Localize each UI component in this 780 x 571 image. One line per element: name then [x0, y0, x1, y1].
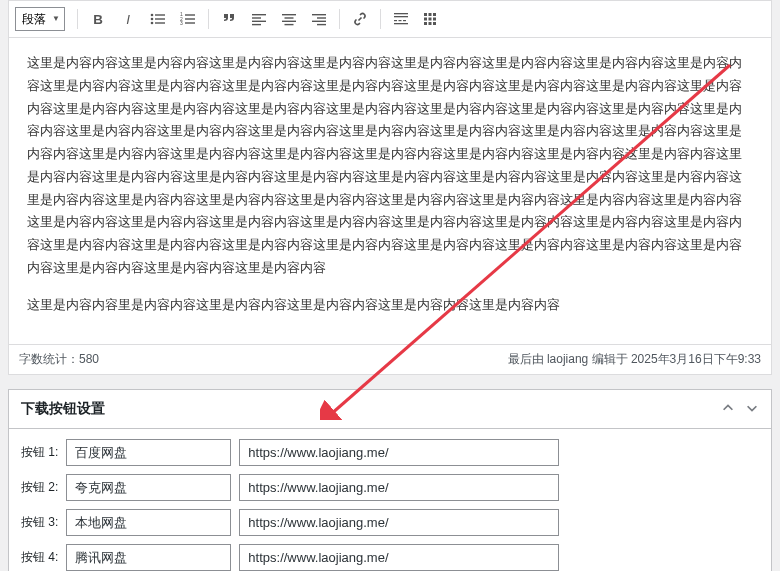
svg-rect-22 — [312, 21, 326, 22]
svg-rect-7 — [185, 14, 195, 15]
align-right-icon — [311, 11, 327, 27]
svg-rect-25 — [394, 16, 408, 17]
move-down-toggle[interactable] — [745, 401, 759, 418]
svg-rect-15 — [252, 24, 261, 25]
svg-rect-29 — [394, 23, 408, 24]
metabox-controls — [721, 401, 759, 418]
align-center-button[interactable] — [275, 5, 303, 33]
svg-rect-21 — [317, 17, 326, 18]
blockquote-button[interactable] — [215, 5, 243, 33]
button-1-name-input[interactable] — [66, 439, 231, 466]
toolbar-toggle-button[interactable] — [417, 5, 445, 33]
toolbar-separator — [77, 9, 78, 29]
align-right-button[interactable] — [305, 5, 333, 33]
more-tag-button[interactable] — [387, 5, 415, 33]
button-4-name-input[interactable] — [66, 544, 231, 571]
svg-point-2 — [151, 18, 154, 21]
svg-point-4 — [151, 22, 154, 25]
editor-status-bar: 字数统计：580 最后由 laojiang 编辑于 2025年3月16日下午9:… — [9, 344, 771, 374]
bullet-list-button[interactable] — [144, 5, 172, 33]
svg-rect-12 — [252, 14, 266, 15]
button-4-label: 按钮 4: — [21, 549, 58, 566]
button-row-4: 按钮 4: — [21, 544, 759, 571]
button-3-label: 按钮 3: — [21, 514, 58, 531]
svg-rect-18 — [282, 21, 296, 22]
svg-rect-1 — [155, 14, 165, 15]
svg-text:3: 3 — [180, 20, 183, 26]
editor-content[interactable]: 这里是内容内容这里是内容内容这里是内容内容这里是内容内容这里是内容内容这里是内容… — [9, 38, 771, 344]
svg-rect-14 — [252, 21, 266, 22]
format-select-wrap: 段落 — [15, 7, 65, 31]
move-up-toggle[interactable] — [721, 401, 735, 418]
metabox-title: 下载按钮设置 — [21, 400, 105, 418]
bold-icon: B — [93, 12, 103, 27]
quote-icon — [221, 11, 237, 27]
svg-rect-16 — [282, 14, 296, 15]
toolbar-separator — [339, 9, 340, 29]
toolbar-separator — [380, 9, 381, 29]
align-left-icon — [251, 11, 267, 27]
svg-rect-34 — [429, 18, 432, 21]
svg-rect-11 — [185, 22, 195, 23]
svg-rect-36 — [424, 22, 427, 25]
italic-button[interactable]: I — [114, 5, 142, 33]
button-3-name-input[interactable] — [66, 509, 231, 536]
svg-rect-27 — [399, 20, 402, 21]
svg-rect-26 — [394, 20, 397, 21]
button-2-name-input[interactable] — [66, 474, 231, 501]
format-select[interactable]: 段落 — [15, 7, 65, 31]
button-3-url-input[interactable] — [239, 509, 559, 536]
spacer — [0, 375, 780, 389]
link-icon — [352, 11, 368, 27]
svg-rect-35 — [433, 18, 436, 21]
svg-rect-20 — [312, 14, 326, 15]
editor-container: 段落 B I 123 — [8, 0, 772, 375]
svg-rect-33 — [424, 18, 427, 21]
word-count: 字数统计：580 — [19, 351, 99, 368]
align-left-button[interactable] — [245, 5, 273, 33]
bold-button[interactable]: B — [84, 5, 112, 33]
chevron-down-icon — [745, 401, 759, 415]
button-2-url-input[interactable] — [239, 474, 559, 501]
kitchen-sink-icon — [423, 11, 439, 27]
numbered-list-icon: 123 — [180, 11, 196, 27]
paragraph: 这里是内容内容这里是内容内容这里是内容内容这里是内容内容这里是内容内容这里是内容… — [27, 52, 753, 280]
svg-rect-28 — [403, 20, 406, 21]
svg-rect-5 — [155, 22, 165, 23]
svg-rect-30 — [424, 13, 427, 16]
button-2-label: 按钮 2: — [21, 479, 58, 496]
svg-rect-17 — [285, 17, 294, 18]
svg-rect-19 — [285, 24, 294, 25]
download-buttons-metabox: 下载按钮设置 按钮 1: 按钮 2: 按钮 3: 按钮 4: — [8, 389, 772, 571]
svg-rect-24 — [394, 13, 408, 14]
last-edit-info: 最后由 laojiang 编辑于 2025年3月16日下午9:33 — [508, 351, 761, 368]
chevron-up-icon — [721, 401, 735, 415]
toolbar-separator — [208, 9, 209, 29]
metabox-header: 下载按钮设置 — [9, 390, 771, 429]
svg-rect-37 — [429, 22, 432, 25]
paragraph: 这里是内容内容里是内容内容这里是内容内容这里是内容内容这里是内容内容这里是内容内… — [27, 294, 753, 317]
align-center-icon — [281, 11, 297, 27]
svg-rect-9 — [185, 18, 195, 19]
more-icon — [393, 11, 409, 27]
editor-toolbar: 段落 B I 123 — [9, 1, 771, 38]
button-1-url-input[interactable] — [239, 439, 559, 466]
metabox-body: 按钮 1: 按钮 2: 按钮 3: 按钮 4: — [9, 429, 771, 571]
svg-rect-23 — [317, 24, 326, 25]
svg-rect-3 — [155, 18, 165, 19]
svg-rect-32 — [433, 13, 436, 16]
button-row-3: 按钮 3: — [21, 509, 759, 536]
button-row-1: 按钮 1: — [21, 439, 759, 466]
numbered-list-button[interactable]: 123 — [174, 5, 202, 33]
bullet-list-icon — [150, 11, 166, 27]
svg-rect-31 — [429, 13, 432, 16]
button-4-url-input[interactable] — [239, 544, 559, 571]
svg-rect-38 — [433, 22, 436, 25]
svg-point-0 — [151, 14, 154, 17]
svg-rect-13 — [252, 17, 261, 18]
italic-icon: I — [126, 12, 130, 27]
button-row-2: 按钮 2: — [21, 474, 759, 501]
button-1-label: 按钮 1: — [21, 444, 58, 461]
link-button[interactable] — [346, 5, 374, 33]
